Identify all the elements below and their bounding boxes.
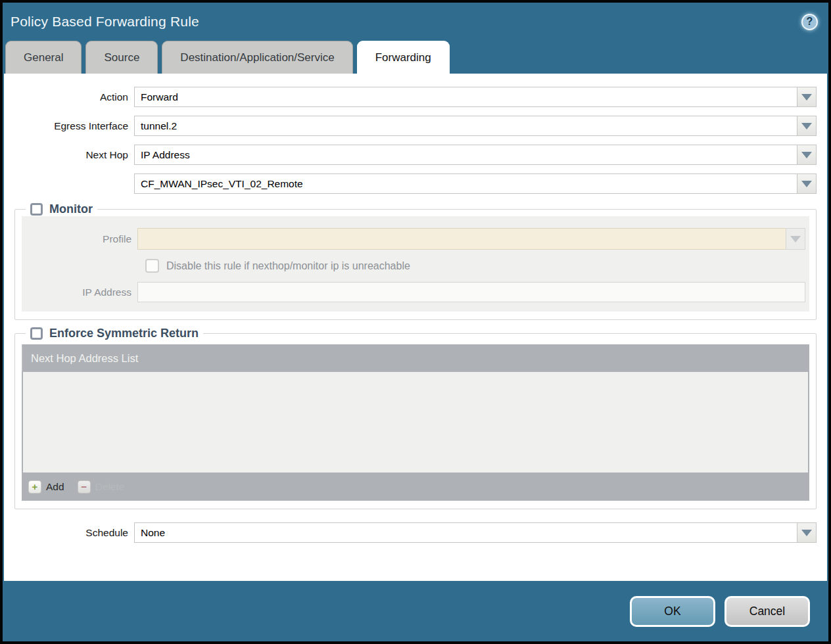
next-hop-address-dropdown-button[interactable] (797, 173, 817, 194)
disable-rule-row: Disable this rule if nexthop/monitor ip … (145, 259, 809, 273)
egress-interface-label: Egress Interface (4, 120, 134, 132)
disable-rule-label: Disable this rule if nexthop/monitor ip … (166, 260, 410, 272)
monitor-checkbox[interactable] (30, 203, 43, 216)
delete-button: − Delete (78, 480, 125, 494)
next-hop-row: Next Hop (4, 145, 817, 165)
ok-button[interactable]: OK (630, 596, 715, 627)
next-hop-input[interactable] (134, 145, 797, 165)
next-hop-address-list-table: Next Hop Address List + Add − Delete (22, 344, 809, 501)
tab-general[interactable]: General (5, 41, 82, 74)
next-hop-address-list-header: Next Hop Address List (22, 344, 809, 372)
next-hop-address-input[interactable] (134, 173, 797, 194)
monitor-ip-address-label: IP Address (22, 287, 137, 298)
tab-destination-application-service[interactable]: Destination/Application/Service (162, 41, 352, 74)
dialog-titlebar: Policy Based Forwarding Rule ? (3, 3, 828, 41)
monitor-ip-address-row: IP Address (22, 282, 809, 302)
schedule-row: Schedule (4, 522, 817, 543)
chevron-down-icon (801, 123, 812, 129)
next-hop-address-list-body (23, 372, 808, 472)
monitor-ip-address-input (137, 282, 805, 302)
profile-label: Profile (22, 233, 137, 245)
chevron-down-icon (790, 236, 801, 242)
add-button-label: Add (46, 481, 64, 493)
profile-dropdown-button (786, 228, 805, 250)
page-title: Policy Based Forwarding Rule (11, 14, 199, 30)
chevron-down-icon (801, 152, 812, 158)
action-dropdown-button[interactable] (797, 87, 817, 107)
symmetric-return-label: Enforce Symmetric Return (49, 327, 199, 340)
minus-icon: − (78, 480, 91, 494)
next-hop-dropdown-button[interactable] (797, 145, 817, 165)
action-row: Action (4, 87, 817, 107)
symmetric-return-group: Enforce Symmetric Return Next Hop Addres… (14, 327, 817, 509)
cancel-button[interactable]: Cancel (724, 596, 810, 627)
add-button[interactable]: + Add (28, 480, 64, 494)
monitor-panel: Profile Disable this rule if nexthop/mon… (22, 216, 809, 311)
profile-input (137, 228, 786, 250)
symmetric-return-checkbox[interactable] (30, 327, 43, 340)
next-hop-address-row (4, 173, 817, 194)
monitor-label: Monitor (49, 202, 93, 216)
schedule-label: Schedule (4, 527, 134, 539)
plus-icon: + (28, 480, 41, 494)
tab-forwarding[interactable]: Forwarding (357, 41, 450, 74)
chevron-down-icon (801, 94, 812, 101)
monitor-group: Monitor Profile Disable this rule if nex… (14, 202, 817, 320)
policy-based-forwarding-dialog: Policy Based Forwarding Rule ? General S… (0, 0, 831, 644)
next-hop-label: Next Hop (4, 149, 134, 161)
egress-interface-dropdown-button[interactable] (797, 116, 817, 136)
egress-interface-input[interactable] (134, 116, 797, 136)
action-input[interactable] (134, 87, 797, 107)
help-icon[interactable]: ? (801, 14, 818, 30)
next-hop-address-list-footer: + Add − Delete (22, 472, 809, 501)
profile-row: Profile (22, 228, 809, 250)
chevron-down-icon (801, 181, 812, 187)
symmetric-return-legend: Enforce Symmetric Return (26, 327, 203, 340)
egress-interface-row: Egress Interface (4, 116, 817, 136)
schedule-dropdown-button[interactable] (797, 522, 817, 543)
schedule-input[interactable] (134, 522, 797, 543)
tab-source[interactable]: Source (85, 41, 158, 74)
action-label: Action (4, 91, 134, 103)
delete-button-label: Delete (95, 481, 125, 493)
dialog-footer: OK Cancel (3, 581, 828, 641)
forwarding-tab-panel: Action Egress Interface Next Hop (4, 74, 827, 581)
tab-bar: General Source Destination/Application/S… (3, 41, 828, 74)
chevron-down-icon (801, 530, 812, 536)
disable-rule-checkbox (145, 259, 159, 273)
monitor-legend: Monitor (26, 202, 97, 216)
